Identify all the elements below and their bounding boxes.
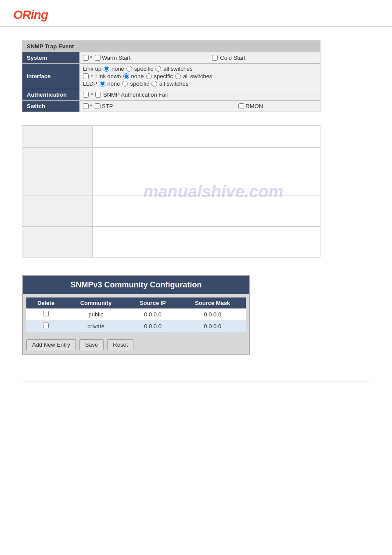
empty-content-3 <box>93 196 320 227</box>
snmpv3-section: SNMPv3 Community Configuration Delete Co… <box>22 275 370 355</box>
switch-stp-group: STP <box>95 103 113 109</box>
system-coldstart-label: Cold Start <box>220 54 245 61</box>
system-star-group: * <box>83 54 92 61</box>
logo-ing: ing <box>31 8 48 22</box>
system-coldstart-checkbox[interactable] <box>212 55 218 61</box>
lldp-none-label: none <box>108 80 120 87</box>
empty-label-1 <box>22 126 93 148</box>
snmpv3-row-private: private 0.0.0.0 0.0.0.0 <box>26 320 246 332</box>
empty-label-3 <box>22 196 93 227</box>
col-delete: Delete <box>26 297 65 308</box>
empty-content-table <box>22 125 320 258</box>
add-new-entry-button[interactable]: Add New Entry <box>26 339 76 350</box>
system-coldstart-group: Cold Start <box>212 54 245 61</box>
empty-row-3 <box>22 196 320 227</box>
linkup-none-radio[interactable] <box>104 66 109 72</box>
empty-table-section: manualshive.com <box>22 125 370 258</box>
col-community: Community <box>65 297 126 308</box>
private-delete-checkbox[interactable] <box>43 323 49 328</box>
linkdown-label: Link down <box>95 73 121 80</box>
system-warmstart-label: Warm Start <box>102 54 130 61</box>
empty-row-2 <box>22 148 320 196</box>
lldp-allswitches-radio[interactable] <box>151 81 157 87</box>
trap-authentication-label: Authentication <box>22 89 79 101</box>
footer-line <box>22 381 370 381</box>
public-source-mask-cell: 0.0.0.0 <box>179 308 246 320</box>
col-source-mask: Source Mask <box>179 297 246 308</box>
switch-row-inner: * STP RMON <box>83 103 316 109</box>
save-button[interactable]: Save <box>79 339 104 350</box>
system-checkbox-star[interactable] <box>83 55 89 61</box>
header: ORing <box>0 0 392 27</box>
system-warmstart-checkbox[interactable] <box>95 55 101 61</box>
trap-system-inner: * Warm Start Cold Start <box>83 54 316 61</box>
switch-rmon-group: RMON <box>238 103 263 109</box>
switch-stp-label: STP <box>102 103 113 109</box>
snmpv3-table-wrapper: Delete Community Source IP Source Mask p… <box>23 294 249 336</box>
empty-content-1 <box>93 126 320 148</box>
switch-rmon-label: RMON <box>245 103 263 109</box>
linkdown-checkbox-star[interactable] <box>83 73 89 79</box>
auth-star-label: * <box>91 91 93 98</box>
switch-star-label: * <box>90 103 92 109</box>
empty-row-4 <box>22 227 320 258</box>
main-content: SNMP Trap Event System * <box>0 27 392 368</box>
linkdown-none-radio[interactable] <box>123 73 129 79</box>
logo-text: ORing <box>13 8 48 22</box>
trap-event-title: SNMP Trap Event <box>22 41 320 52</box>
trap-system-label: System <box>22 52 79 64</box>
public-community-cell: public <box>65 308 126 320</box>
trap-system-content: * Warm Start Cold Start <box>79 52 320 64</box>
lldp-specific-radio[interactable] <box>122 81 128 87</box>
snmpv3-buttons: Add New Entry Save Reset <box>23 336 249 354</box>
empty-label-2 <box>22 148 93 196</box>
linkup-label: Link up <box>83 65 101 72</box>
private-community-cell: private <box>65 320 126 332</box>
switch-stp-checkbox[interactable] <box>95 103 101 109</box>
linkdown-allswitches-radio[interactable] <box>175 73 181 79</box>
auth-star-checkbox[interactable] <box>83 92 89 98</box>
snmpv3-table: Delete Community Source IP Source Mask p… <box>26 297 246 332</box>
switch-star-checkbox[interactable] <box>83 103 89 109</box>
linkup-none-label: none <box>111 65 124 72</box>
linkdown-specific-label: specific <box>154 73 173 80</box>
trap-interface-row: Interface Link up none specific all swit… <box>22 64 320 89</box>
linkdown-specific-radio[interactable] <box>146 73 152 79</box>
auth-snmp-checkbox[interactable] <box>95 92 101 98</box>
switch-star-group: * <box>83 103 92 109</box>
trap-system-row: System * Warm Start <box>22 52 320 64</box>
linkup-allswitches-radio[interactable] <box>155 66 161 72</box>
snmp-trap-event-box: SNMP Trap Event System * <box>22 40 320 112</box>
switch-rmon-checkbox[interactable] <box>238 103 244 109</box>
empty-content-4 <box>93 227 320 258</box>
trap-authentication-content: * SNMP Authentication Fail <box>79 89 320 101</box>
trap-authentication-row: Authentication * SNMP Authentication Fai… <box>22 89 320 101</box>
trap-switch-content: * STP RMON <box>79 101 320 112</box>
interface-line3: LLDP none specific all switches <box>83 80 316 87</box>
logo: ORing <box>13 8 379 22</box>
interface-line1: Link up none specific all switches <box>83 65 316 72</box>
private-delete-cell <box>26 320 65 332</box>
linkdown-star-label: * <box>91 73 93 80</box>
snmpv3-header-row: Delete Community Source IP Source Mask <box>26 297 246 308</box>
empty-content-2 <box>93 148 320 196</box>
snmpv3-row-public: public 0.0.0.0 0.0.0.0 <box>26 308 246 320</box>
lldp-specific-label: specific <box>130 80 149 87</box>
private-source-mask-cell: 0.0.0.0 <box>179 320 246 332</box>
linkup-specific-radio[interactable] <box>126 66 132 72</box>
auth-snmp-label: SNMP Authentication Fail <box>103 91 168 98</box>
reset-button[interactable]: Reset <box>107 339 133 350</box>
trap-interface-label: Interface <box>22 64 79 89</box>
col-source-ip: Source IP <box>126 297 180 308</box>
system-star-label: * <box>90 54 92 61</box>
interface-line2: * Link down none specific all switches <box>83 73 316 80</box>
public-delete-checkbox[interactable] <box>43 311 49 316</box>
trap-switch-label: Switch <box>22 101 79 112</box>
linkdown-none-label: none <box>131 73 144 80</box>
public-source-ip-cell: 0.0.0.0 <box>126 308 180 320</box>
trap-event-table: System * Warm Start <box>22 52 320 112</box>
trap-interface-content: Link up none specific all switches * <box>79 64 320 89</box>
linkup-allswitches-label: all switches <box>163 65 192 72</box>
snmpv3-title: SNMPv3 Community Configuration <box>23 276 249 294</box>
lldp-none-radio[interactable] <box>100 81 105 87</box>
